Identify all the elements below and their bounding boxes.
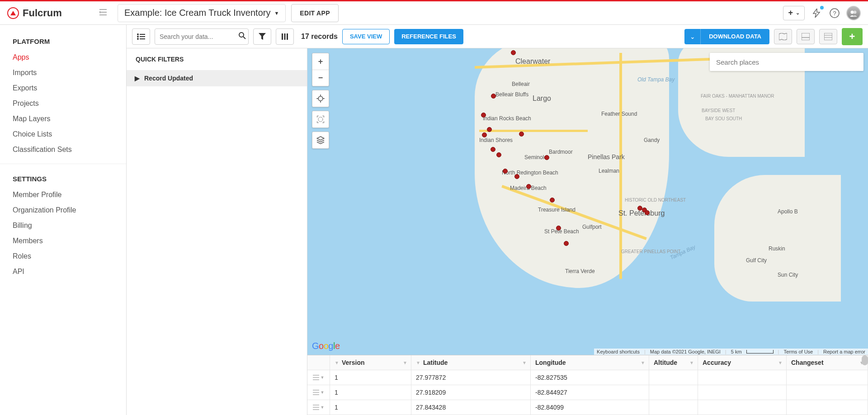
map-record-point[interactable] xyxy=(487,127,492,132)
map-label: Clearwater xyxy=(515,57,550,66)
list-view-icon[interactable] xyxy=(132,28,150,45)
save-view-button[interactable]: SAVE VIEW xyxy=(342,29,390,44)
map-record-point[interactable] xyxy=(514,174,519,179)
layers-icon[interactable] xyxy=(312,132,329,148)
map[interactable]: ClearwaterBelleairBelleair BluffsLargoIn… xyxy=(307,48,868,355)
notification-dot xyxy=(820,6,824,9)
map-record-point[interactable] xyxy=(503,169,508,174)
map-record-point[interactable] xyxy=(491,94,496,99)
sidebar-item-roles[interactable]: Roles xyxy=(0,249,126,264)
map-record-point[interactable] xyxy=(481,113,486,118)
map-label: Belleair Bluffs xyxy=(495,91,528,98)
reference-files-button[interactable]: REFERENCE FILES xyxy=(394,29,463,44)
svg-rect-1 xyxy=(99,12,107,13)
table-row[interactable]: ▼127.918209-82.844927 xyxy=(307,385,868,400)
map-record-point[interactable] xyxy=(511,50,516,55)
svg-rect-40 xyxy=(313,405,319,406)
activity-icon[interactable] xyxy=(810,7,823,19)
sidebar-item-projects[interactable]: Projects xyxy=(0,96,126,111)
cell-longitude: -82.827535 xyxy=(531,370,649,385)
map-label: GREATER PINELLAS POINT xyxy=(621,249,681,254)
map-attribution: Keyboard shortcuts | Map data ©2021 Goog… xyxy=(594,349,868,355)
report-error-link[interactable]: Report a map error xyxy=(823,349,865,354)
brand-name[interactable]: Fulcrum xyxy=(23,7,62,19)
app-selector[interactable]: Example: Ice Cream Truck Inventory ▼ xyxy=(118,4,286,22)
fullscreen-icon[interactable] xyxy=(312,111,329,127)
col-accuracy[interactable]: Accuracy▼ xyxy=(698,355,787,370)
create-menu[interactable]: + ⌄ xyxy=(783,6,805,20)
col-altitude[interactable]: Altitude▼ xyxy=(649,355,698,370)
table-row[interactable]: ▼127.977872-82.827535 xyxy=(307,370,868,385)
keyboard-shortcuts-link[interactable]: Keyboard shortcuts xyxy=(597,349,640,354)
search-input[interactable] xyxy=(160,33,239,40)
locate-icon[interactable] xyxy=(312,90,329,107)
sidebar-item-billing[interactable]: Billing xyxy=(0,218,126,233)
chevron-down-icon[interactable]: ⌄ xyxy=(684,29,701,44)
map-record-point[interactable] xyxy=(550,198,555,203)
row-handle[interactable]: ▼ xyxy=(307,385,330,400)
sidebar-item-member-profile[interactable]: Member Profile xyxy=(0,187,126,203)
help-icon[interactable]: ? xyxy=(828,7,841,19)
col-latitude[interactable]: ▼Latitude▼ xyxy=(411,355,531,370)
sidebar-item-exports[interactable]: Exports xyxy=(0,80,126,96)
map-record-point[interactable] xyxy=(645,210,650,215)
view-mode-split-icon[interactable] xyxy=(797,29,815,44)
cell-altitude xyxy=(649,385,698,400)
row-handle[interactable]: ▼ xyxy=(307,370,330,385)
svg-marker-33 xyxy=(317,137,324,140)
map-record-point[interactable] xyxy=(519,132,524,137)
table-row[interactable]: ▼127.843428-82.84099 xyxy=(307,400,868,415)
logo-icon[interactable] xyxy=(7,7,19,19)
map-label: Ruskin xyxy=(769,245,785,252)
sidebar-item-api[interactable]: API xyxy=(0,264,126,279)
svg-rect-14 xyxy=(140,38,145,39)
cell-version: 1 xyxy=(330,400,411,415)
svg-rect-10 xyxy=(140,34,145,35)
map-record-point[interactable] xyxy=(482,132,487,137)
svg-rect-0 xyxy=(99,9,107,10)
svg-rect-22 xyxy=(802,33,810,40)
download-button[interactable]: ⌄ DOWNLOAD DATA xyxy=(684,29,769,44)
search-places xyxy=(710,53,863,71)
col-longitude[interactable]: Longitude▼ xyxy=(531,355,649,370)
svg-point-32 xyxy=(318,117,323,122)
view-mode-map-icon[interactable] xyxy=(774,29,792,44)
zoom-in-button[interactable]: + xyxy=(312,53,329,70)
sidebar-item-members[interactable]: Members xyxy=(0,233,126,249)
row-handle[interactable]: ▼ xyxy=(307,400,330,415)
add-record-button[interactable]: + xyxy=(842,28,863,45)
svg-point-13 xyxy=(137,38,139,40)
sidebar-item-map-layers[interactable]: Map Layers xyxy=(0,111,126,127)
zoom-out-button[interactable]: − xyxy=(312,70,329,86)
map-record-point[interactable] xyxy=(544,155,549,160)
columns-icon[interactable] xyxy=(276,28,294,45)
scrollbar-thumb[interactable] xyxy=(862,355,868,365)
sidebar-item-apps[interactable]: Apps xyxy=(0,50,126,65)
zoom-controls: + − xyxy=(312,53,329,86)
sidebar: PLATFORM AppsImportsExportsProjectsMap L… xyxy=(0,25,127,415)
view-mode-table-icon[interactable] xyxy=(819,29,837,44)
map-record-point[interactable] xyxy=(556,226,561,231)
col-changeset[interactable]: Changeset▼ xyxy=(787,355,868,370)
svg-rect-34 xyxy=(313,375,319,376)
record-count: 17 records xyxy=(301,33,338,41)
map-record-point[interactable] xyxy=(491,147,495,152)
search-icon[interactable] xyxy=(239,32,246,41)
map-record-point[interactable] xyxy=(496,152,501,157)
map-label: Sun City xyxy=(778,272,798,278)
col-version[interactable]: ▼Version▼ xyxy=(330,355,411,370)
search-places-input[interactable] xyxy=(716,58,857,66)
filter-icon[interactable] xyxy=(253,28,271,45)
sidebar-item-organization-profile[interactable]: Organization Profile xyxy=(0,203,126,218)
avatar[interactable] xyxy=(846,6,861,20)
sidebar-item-classification-sets[interactable]: Classification Sets xyxy=(0,142,126,157)
map-label: North Redington Beach xyxy=(502,170,558,176)
terms-link[interactable]: Terms of Use xyxy=(783,349,813,354)
map-record-point[interactable] xyxy=(564,241,569,246)
collapse-sidebar-icon[interactable] xyxy=(99,9,107,17)
quick-filter-record-updated[interactable]: ▶ Record Updated xyxy=(127,70,307,86)
sidebar-item-choice-lists[interactable]: Choice Lists xyxy=(0,127,126,142)
sidebar-item-imports[interactable]: Imports xyxy=(0,65,126,80)
map-record-point[interactable] xyxy=(526,184,531,189)
edit-app-button[interactable]: EDIT APP xyxy=(291,4,338,22)
